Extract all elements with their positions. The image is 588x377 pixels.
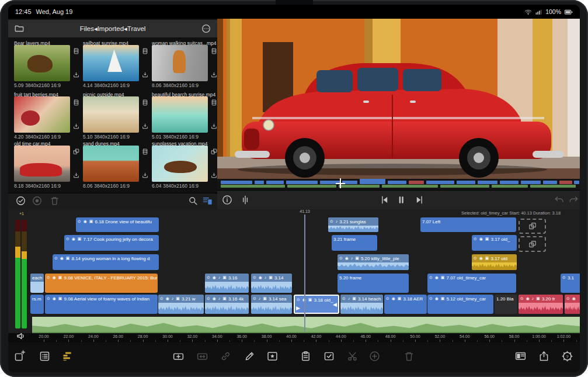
sort-button[interactable]: [201, 195, 213, 206]
more-icon[interactable]: [201, 23, 211, 34]
trim-handle-right[interactable]: ◀: [333, 302, 337, 307]
import-icon[interactable]: [141, 122, 149, 130]
film-icon[interactable]: [141, 147, 149, 155]
clip-thumbnail[interactable]: [152, 96, 208, 133]
timeline-clip[interactable]: ⊙ ◉ ▣9.08 VENICE, ITALY - FEBRUARY 2015:…: [45, 274, 158, 293]
preview-scrubber[interactable]: [217, 179, 580, 190]
timeline-clip[interactable]: ⊙ ◉ ▣5.12 old_timey_car: [427, 295, 493, 314]
import-icon[interactable]: [72, 122, 80, 130]
timeline-clip[interactable]: ⊙ ◉ ▣3.17 old_: [472, 235, 517, 251]
folder-icon[interactable]: [14, 23, 25, 34]
trim-tool-button[interactable]: [239, 193, 252, 206]
clipboard-button[interactable]: [299, 350, 312, 362]
ghost-clip-slot[interactable]: [519, 219, 546, 234]
clip-thumbnail[interactable]: [83, 146, 139, 182]
timeline-clip[interactable]: ⊙ ♪ ▣3.14 beach: [340, 295, 383, 314]
overwrite-button[interactable]: [196, 350, 208, 362]
video-preview[interactable]: [217, 19, 580, 179]
timeline-clip[interactable]: ⊙ ◉ ♪ ▣3.14: [251, 274, 292, 293]
pause-button[interactable]: [395, 193, 408, 206]
timeline-clip[interactable]: 3.21 frame: [332, 235, 377, 251]
timeline-clip[interactable]: ⊙ ◉ ♪ ▣3.16 4k: [205, 295, 249, 314]
timeline-clip[interactable]: ⊙ ♪ ▣3.14 sea: [251, 295, 292, 314]
speaker-icon[interactable]: [16, 331, 26, 341]
clip-thumbnail[interactable]: [83, 96, 139, 133]
clip-thumbnail[interactable]: [152, 146, 208, 182]
prev-frame-button[interactable]: [378, 193, 391, 206]
ruler-tick: [366, 340, 366, 342]
timeline-clip[interactable]: ⊙ ◉ ▣6.18 Drone view of beautifu: [76, 217, 159, 232]
import-icon[interactable]: [210, 122, 218, 130]
ruler-label: 24.00: [88, 334, 99, 338]
link-button[interactable]: [219, 350, 232, 362]
ruler-tick: [68, 340, 69, 342]
timeline-trash-button[interactable]: [402, 350, 415, 362]
used-icon[interactable]: [72, 147, 80, 155]
export-button[interactable]: [537, 350, 550, 362]
timeline-clip[interactable]: ⊙ ◉: [565, 295, 580, 314]
library-trash-button[interactable]: [48, 195, 60, 206]
clip-thumbnail[interactable]: [14, 45, 70, 81]
clip-thumbnail[interactable]: [83, 45, 139, 81]
redo-button[interactable]: [567, 193, 580, 206]
breadcrumb[interactable]: Files◂Imported◂Travel: [25, 25, 201, 33]
audio-waveform-track[interactable]: [32, 317, 580, 333]
ruler-minor-tick: [279, 340, 280, 342]
timeline-clip[interactable]: ⊙ ◉ ▣8.14 young woman in a long flowing …: [53, 254, 159, 270]
select-mode-button[interactable]: [15, 195, 26, 206]
scrub-video-segment: [500, 181, 519, 184]
clip-thumbnail[interactable]: [14, 146, 70, 182]
select-button[interactable]: [322, 350, 335, 362]
record-button[interactable]: [31, 195, 43, 206]
star-button[interactable]: [266, 350, 279, 362]
used-icon[interactable]: [210, 147, 218, 155]
timeline-clip[interactable]: ⊙ ◉ ▣9.08 Aerial view of foamy waves of …: [45, 295, 158, 314]
import-icon[interactable]: [72, 71, 80, 79]
display-layout-button[interactable]: [514, 350, 527, 362]
timeline-clip[interactable]: ⊙ ◉ ♪ ▣3.21 w: [158, 295, 204, 314]
next-frame-button[interactable]: [413, 193, 426, 206]
timeline-clip[interactable]: ⊙ ◉ ♪ ▣5.20 kitty_little_pie: [338, 254, 409, 270]
film-icon[interactable]: [72, 47, 80, 55]
timeline-clip[interactable]: ⊙ ◉ ♪ ▣3.16: [205, 274, 249, 293]
timeline-clip[interactable]: ⊙ ◉ ▣3.17 old: [472, 254, 517, 270]
film-icon[interactable]: [141, 98, 149, 106]
undo-button[interactable]: [553, 193, 566, 206]
import-icon[interactable]: [210, 171, 218, 179]
import-icon[interactable]: [141, 71, 149, 79]
timeline-clip[interactable]: ⊙ ◉ ♪ ▣3.20 fr: [519, 295, 563, 314]
import-icon[interactable]: [210, 71, 218, 79]
film-icon[interactable]: [72, 98, 80, 106]
clip-thumbnail[interactable]: [152, 45, 208, 81]
film-icon[interactable]: [141, 47, 149, 55]
clip-list-button[interactable]: [38, 350, 51, 362]
timeline-clip[interactable]: 5.20 frame: [338, 274, 409, 293]
ghost-clip-slot[interactable]: [519, 236, 546, 252]
scissors-button[interactable]: [346, 350, 359, 362]
timeline-clip[interactable]: 1.20 Bla: [495, 295, 517, 314]
playhead[interactable]: [304, 215, 305, 332]
trim-handle-left[interactable]: ▶: [296, 305, 300, 311]
timeline-layout-button[interactable]: [61, 350, 74, 362]
add-circle-button[interactable]: [368, 350, 381, 362]
timeline-clip[interactable]: ⊙ ◉ ▣7.17 Cook pouring jelly on decora: [64, 235, 159, 251]
search-button[interactable]: [187, 195, 199, 206]
import-icon[interactable]: [141, 171, 149, 179]
timeline-clip[interactable]: ⊙ ◉ ▣7.07 old_timey_car: [427, 274, 516, 293]
film-icon[interactable]: [210, 98, 218, 106]
insert-button[interactable]: [172, 350, 185, 362]
timeline-clip[interactable]: ⊙ ◉ ▣3.18 old_▶◀: [294, 295, 339, 314]
timeline-clip[interactable]: ⊙3.1: [561, 274, 580, 293]
timeline-clip[interactable]: ⊙ ♪3.21 sunglas: [328, 217, 378, 232]
film-icon[interactable]: [210, 47, 218, 55]
info-button[interactable]: [221, 193, 234, 206]
pen-button[interactable]: [243, 350, 256, 362]
import-icon[interactable]: [72, 171, 80, 179]
help-settings-button[interactable]: ?: [561, 350, 573, 362]
clip-thumbnail[interactable]: [14, 96, 70, 133]
timeline-clip[interactable]: each: [30, 274, 44, 293]
timeline-clip[interactable]: ⊙ ◉ ▣3.18 AER: [384, 295, 427, 314]
add-media-button[interactable]: [13, 350, 26, 362]
timeline-clip[interactable]: 7.07 Left: [420, 217, 516, 232]
timeline-clip[interactable]: rs.m: [30, 295, 44, 314]
